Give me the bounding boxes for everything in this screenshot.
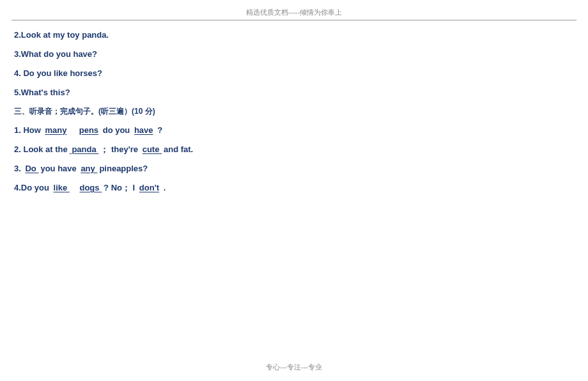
q4-blank-3: don't xyxy=(137,183,161,192)
page-footer: 专心---专注---专业 xyxy=(0,362,588,372)
q3-blank-2: any xyxy=(79,164,99,173)
q3-prefix: 3. xyxy=(14,164,23,173)
q1-prefix: 1. How xyxy=(14,125,43,135)
sentence-4: 4. Do you like horses? xyxy=(14,66,588,81)
q2-mid1: ； they're xyxy=(100,144,140,154)
q3-blank-1: Do xyxy=(23,164,40,173)
q4-blank-2: dogs xyxy=(77,183,104,192)
q4-mid: ? No； I xyxy=(104,183,137,192)
section-3-title: 三、听录音；完成句子。(听三遍）(10 分) xyxy=(14,105,588,118)
question-2: 2. Look at the panda ； they're cute and … xyxy=(14,143,588,157)
question-1: 1. How many pens do you have ? xyxy=(14,123,588,137)
page-header: 精选优质文档-----倾情为你奉上 xyxy=(0,0,588,20)
header-divider xyxy=(12,20,576,20)
document-body: 2.Look at my toy panda. 3.What do you ha… xyxy=(0,28,588,195)
q1-blank-1: many xyxy=(43,125,69,135)
sentence-5: 5.What's this? xyxy=(14,86,588,100)
q2-blank-2: cute xyxy=(141,144,164,154)
q1-blank-2: pens xyxy=(77,125,100,135)
q2-prefix: 2. Look at the xyxy=(14,144,68,154)
q1-blank-3: have xyxy=(132,125,155,135)
q2-end: and fat. xyxy=(164,144,193,154)
question-3: 3. Do you have any pineapples? xyxy=(14,162,588,176)
q1-mid: do you xyxy=(103,125,132,135)
q3-mid1: you have xyxy=(40,164,79,173)
question-4: 4.Do you like dogs ? No； I don't . xyxy=(14,181,588,195)
q1-end: ? xyxy=(157,125,162,135)
sentence-2: 2.Look at my toy panda. xyxy=(14,28,588,42)
sentence-3: 3.What do you have? xyxy=(14,47,588,61)
q4-prefix: 4.Do you xyxy=(14,183,52,192)
q4-blank-1: like xyxy=(52,183,72,192)
q3-end: pineapples? xyxy=(99,164,148,173)
q2-blank-1: panda xyxy=(68,144,101,154)
q4-end: . xyxy=(164,183,166,192)
